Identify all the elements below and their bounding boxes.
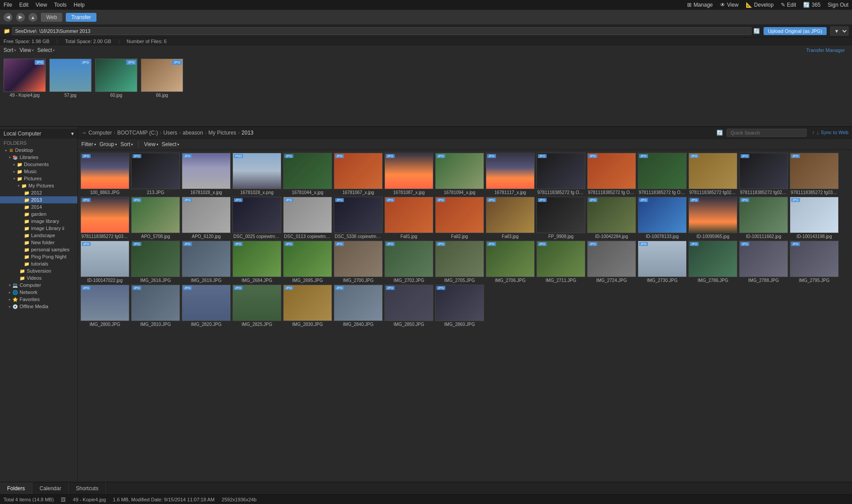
back-button[interactable]: ◀ — [4, 13, 12, 22]
thumb-item[interactable]: JPG ID-10042284.jpg — [587, 197, 636, 239]
local-tree-item-ping-pong-night[interactable]: 📁 Ping Pong Night — [0, 253, 77, 260]
local-tree-item-my-pictures[interactable]: ▾ 📁 My Pictures — [0, 182, 77, 189]
thumb-item[interactable]: JPG IMG_2788.JPG — [739, 241, 788, 283]
thumb-item[interactable]: JPG ID-100143198.jpg — [790, 197, 839, 239]
thumb-item[interactable]: JPG 100_8863.JPG — [80, 153, 129, 195]
breadcrumb-bootcamp[interactable]: BOOTCAMP (C:) — [117, 130, 158, 136]
thumb-item[interactable]: JPG ID-100147022.jpg — [80, 241, 129, 283]
cloud-path-input[interactable] — [12, 27, 752, 35]
thumb-item[interactable]: JPG IMG_2706.JPG — [486, 241, 535, 283]
cloud-thumb-item[interactable]: JPG 49 - Kopie4.jpg — [4, 59, 46, 123]
thumb-item[interactable]: JPG DSC_5338 copiewtmk.jpg — [334, 197, 383, 239]
local-tree-item-desktop[interactable]: ▸ 🖥 Desktop — [0, 147, 77, 154]
breadcrumb-2013[interactable]: 2013 — [242, 130, 254, 136]
cloud-refresh-icon[interactable]: 🔄 — [753, 28, 760, 34]
thumb-item[interactable]: JPG 9781118385272 fg0207.jpg — [739, 153, 788, 195]
thumb-item[interactable]: JPG APO_6120.jpg — [182, 197, 231, 239]
thumb-item[interactable]: JPG FP_9908.jpg — [536, 197, 585, 239]
tab-folders[interactable]: Folders — [0, 482, 32, 494]
thumb-item[interactable]: JPG IMG_2684.JPG — [232, 241, 281, 283]
edit-btn[interactable]: ✎ Edit — [781, 2, 796, 8]
thumb-item[interactable]: JPG IMG_2860.JPG — [435, 285, 484, 327]
thumb-item[interactable]: JPG 9781118385272 fg0206.jpg — [688, 153, 737, 195]
thumb-item[interactable]: PNG 16781028_x.png — [232, 153, 281, 195]
thumb-item[interactable]: JPG IMG_2786.JPG — [688, 241, 737, 283]
up-button[interactable]: ▲ — [28, 13, 37, 22]
breadcrumb-computer[interactable]: Computer — [88, 130, 112, 136]
local-sidebar-header[interactable]: Local Computer ▾ — [0, 129, 77, 139]
thumb-item[interactable]: JPG 9781118385272 fg Online 1... — [638, 153, 687, 195]
local-tree-item-network[interactable]: ▸ 🌐 Network — [0, 289, 77, 296]
local-tree-item-landscape[interactable]: 📁 Landscape — [0, 232, 77, 239]
thumb-item[interactable]: JPG IMG_2695.JPG — [283, 241, 332, 283]
local-tree-item-2013[interactable]: 📁 2013 — [0, 196, 77, 203]
local-view-btn[interactable]: View ▾ — [144, 141, 158, 147]
web-tab[interactable]: Web — [41, 13, 62, 22]
tab-shortcuts[interactable]: Shortcuts — [69, 482, 106, 494]
thumb-item[interactable]: JPG IMG_2800.JPG — [80, 285, 129, 327]
local-tree-item-tutorials[interactable]: 📁 tutorials — [0, 260, 77, 267]
menu-help[interactable]: Help — [74, 2, 85, 8]
thumb-item[interactable]: JPG 16781087_x.jpg — [384, 153, 433, 195]
thumb-item[interactable]: JPG IMG_2616.JPG — [131, 241, 180, 283]
upload-format-select[interactable]: ▼ — [830, 27, 848, 36]
breadcrumb-mypictures[interactable]: My Pictures — [208, 130, 236, 136]
sort-btn[interactable]: Sort ▾ — [120, 141, 133, 147]
menu-file[interactable]: File — [4, 2, 12, 8]
local-tree-item-subversion[interactable]: 📁 Subversion — [0, 267, 77, 274]
thumb-item[interactable]: JPG 9781118385272 fg0306.jpg — [790, 153, 839, 195]
cloud-thumb-item[interactable]: JPG 60.jpg — [95, 59, 137, 123]
local-tree-item-libraries[interactable]: ▾ 📚 Libraries — [0, 154, 77, 161]
breadcrumb-abeason[interactable]: abeason — [183, 130, 203, 136]
local-tree-item-image-library[interactable]: 📁 image library — [0, 218, 77, 225]
thumb-item[interactable]: JPG IMG_2820.JPG — [182, 285, 231, 327]
develop-btn[interactable]: 📐 Develop — [746, 2, 774, 8]
manage-btn[interactable]: ⊞ Manage — [687, 2, 712, 8]
local-tree-item-offline-media[interactable]: ▸ 💿 Offline Media — [0, 303, 77, 310]
thumb-item[interactable]: JPG Fall2.jpg — [435, 197, 484, 239]
menu-edit[interactable]: Edit — [19, 2, 28, 8]
thumb-item[interactable]: JPG IMG_2840.JPG — [334, 285, 383, 327]
cloud-thumb-item[interactable]: JPG 57.jpg — [49, 59, 92, 123]
thumb-item[interactable]: JPG IMG_2705.JPG — [435, 241, 484, 283]
thumb-item[interactable]: JPG Fall1.jpg — [384, 197, 433, 239]
thumb-item[interactable]: JPG 213.JPG — [131, 153, 180, 195]
cloud-view-btn[interactable]: View ▾ — [20, 47, 34, 53]
cloud-thumb-item[interactable]: JPG 66.jpg — [141, 59, 183, 123]
cloud-select-btn[interactable]: Select ▾ — [37, 47, 55, 53]
thumb-item[interactable]: JPG 9781118385272 fg Online 1... — [587, 153, 636, 195]
thumb-item[interactable]: JPG IMG_2702.JPG — [384, 241, 433, 283]
transfer-tab[interactable]: Transfer — [66, 13, 96, 22]
thumb-item[interactable]: JPG IMG_2825.JPG — [232, 285, 281, 327]
thumb-item[interactable]: JPG IMG_2724.JPG — [587, 241, 636, 283]
transfer-manager-link[interactable]: Transfer Manager — [806, 48, 848, 53]
thumb-item[interactable]: JPG 16781044_x.jpg — [283, 153, 332, 195]
local-tree-item-favorites[interactable]: ▸ ⭐ Favorites — [0, 296, 77, 303]
sync-up-icon[interactable]: ↑ — [812, 130, 815, 136]
thumb-item[interactable]: JPG IMG_2711.JPG — [536, 241, 585, 283]
upload-button[interactable]: Upload Original (as JPG) — [764, 27, 827, 35]
thumb-item[interactable]: JPG IMG_2850.JPG — [384, 285, 433, 327]
thumb-item[interactable]: JPG IMG_2700.JPG — [334, 241, 383, 283]
sign-out-btn[interactable]: Sign Out — [828, 2, 848, 8]
sync-down-icon[interactable]: ↓ — [816, 130, 819, 136]
local-tree-item-videos[interactable]: 📁 Videos — [0, 274, 77, 282]
365-btn[interactable]: 🔄 365 — [803, 2, 820, 8]
quick-search-input[interactable] — [727, 129, 807, 137]
local-tree-item-2014[interactable]: 📁 2014 — [0, 203, 77, 210]
local-tree-item-new-folder[interactable]: 📁 New folder — [0, 239, 77, 246]
menu-view[interactable]: View — [36, 2, 47, 8]
local-tree-item-garden[interactable]: 📁 garden — [0, 210, 77, 218]
thumb-item[interactable]: JPG IMG_2619.JPG — [182, 241, 231, 283]
thumb-item[interactable]: JPG DSC_0025 copiewtmk.jpg — [232, 197, 281, 239]
thumb-item[interactable]: JPG ID-100111662.jpg — [739, 197, 788, 239]
thumb-item[interactable]: JPG 9781118385272 fg Online 0... — [536, 153, 585, 195]
thumb-item[interactable]: JPG IMG_2830.JPG — [283, 285, 332, 327]
forward-button[interactable]: ▶ — [16, 13, 25, 22]
thumb-item[interactable]: JPG IMG_2810.JPG — [131, 285, 180, 327]
view-btn[interactable]: 👁 View — [720, 2, 739, 8]
thumb-item[interactable]: JPG 16781067_x.jpg — [334, 153, 383, 195]
filter-btn[interactable]: Filter ▾ — [81, 141, 96, 147]
local-tree-item-image-library-ii[interactable]: 📁 image Library ii — [0, 225, 77, 232]
sync-icon[interactable]: 🔄 — [716, 130, 723, 136]
